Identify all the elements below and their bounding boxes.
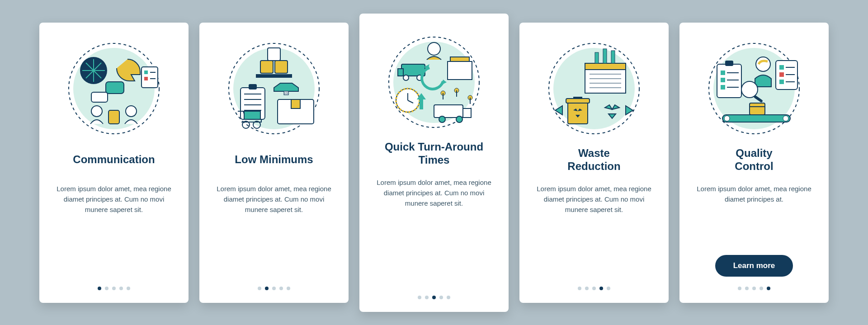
svg-rect-67 <box>779 72 784 77</box>
svg-rect-54 <box>568 102 588 124</box>
communication-icon <box>64 39 164 138</box>
card-heading: Low Minimums <box>235 146 313 174</box>
dot[interactable] <box>738 287 741 290</box>
pagination-dots <box>738 287 770 290</box>
dot[interactable] <box>585 287 589 290</box>
svg-point-69 <box>756 57 770 71</box>
dot[interactable] <box>599 287 603 290</box>
svg-rect-15 <box>275 61 288 73</box>
svg-rect-50 <box>585 63 626 70</box>
svg-rect-25 <box>244 111 260 119</box>
svg-rect-64 <box>721 85 725 89</box>
onboarding-card-low-minimums: 100 Low Minimums Lorem ipsum dolor amet,… <box>199 23 349 303</box>
svg-text:100: 100 <box>283 92 289 95</box>
svg-rect-63 <box>721 78 725 82</box>
dot[interactable] <box>98 287 101 290</box>
svg-rect-53 <box>611 51 615 63</box>
svg-rect-30 <box>398 69 403 76</box>
svg-rect-61 <box>725 61 733 66</box>
dot[interactable] <box>105 287 108 290</box>
onboarding-card-quality-control: Quality Control Lorem ipsum dolor amet, … <box>679 23 829 303</box>
pagination-dots <box>258 287 290 290</box>
dot[interactable] <box>578 287 581 290</box>
card-heading: Waste Reduction <box>567 146 620 174</box>
waste-reduction-icon <box>544 39 644 138</box>
onboarding-card-communication: Communication Lorem ipsum dolor amet, me… <box>39 23 189 303</box>
dot[interactable] <box>258 287 261 290</box>
card-body: Lorem ipsum dolor amet, mea regione diam… <box>535 184 653 277</box>
dot[interactable] <box>607 287 610 290</box>
svg-rect-18 <box>249 84 257 89</box>
dot[interactable] <box>432 296 436 299</box>
dot[interactable] <box>279 287 283 290</box>
svg-rect-10 <box>144 77 148 80</box>
svg-rect-13 <box>256 74 292 78</box>
svg-rect-62 <box>721 71 725 75</box>
svg-point-43 <box>456 116 462 122</box>
dot[interactable] <box>265 287 269 290</box>
svg-rect-4 <box>91 92 108 102</box>
dot[interactable] <box>439 296 443 299</box>
pagination-dots <box>98 287 130 290</box>
svg-rect-55 <box>566 99 590 103</box>
dot[interactable] <box>272 287 276 290</box>
svg-rect-7 <box>108 110 119 124</box>
svg-point-70 <box>741 81 758 98</box>
low-minimums-icon: 100 <box>224 39 324 138</box>
svg-rect-72 <box>722 115 790 122</box>
svg-rect-22 <box>291 99 300 108</box>
dot[interactable] <box>127 287 130 290</box>
card-body: Lorem ipsum dolor amet, mea regione diam… <box>695 184 813 247</box>
turnaround-icon <box>384 33 484 132</box>
dot[interactable] <box>592 287 596 290</box>
svg-point-74 <box>783 116 788 121</box>
dot[interactable] <box>752 287 756 290</box>
card-body: Lorem ipsum dolor amet, mea regione diam… <box>215 184 333 277</box>
svg-rect-68 <box>779 80 784 84</box>
dot[interactable] <box>287 287 290 290</box>
card-heading: Communication <box>73 146 155 174</box>
dot[interactable] <box>767 287 770 290</box>
svg-rect-41 <box>463 108 471 118</box>
svg-rect-40 <box>434 105 463 118</box>
dot[interactable] <box>418 296 421 299</box>
dot[interactable] <box>425 296 429 299</box>
svg-rect-34 <box>450 57 469 61</box>
card-heading: Quick Turn-Around Times <box>385 140 483 167</box>
onboarding-card-waste-reduction: Waste Reduction Lorem ipsum dolor amet, … <box>519 23 669 303</box>
svg-rect-51 <box>595 52 599 63</box>
svg-point-5 <box>91 106 102 117</box>
svg-point-42 <box>439 116 445 122</box>
svg-point-31 <box>403 75 409 80</box>
svg-rect-3 <box>106 82 124 94</box>
onboarding-card-turnaround: Quick Turn-Around Times Lorem ipsum dolo… <box>359 14 509 312</box>
svg-point-28 <box>428 42 440 55</box>
svg-rect-9 <box>144 71 148 74</box>
quality-control-icon <box>704 39 804 138</box>
card-body: Lorem ipsum dolor amet, mea regione diam… <box>55 184 173 277</box>
pagination-dots <box>578 287 610 290</box>
dot[interactable] <box>745 287 749 290</box>
svg-rect-52 <box>603 49 607 63</box>
svg-rect-8 <box>142 67 158 88</box>
svg-point-6 <box>126 106 137 117</box>
dot[interactable] <box>760 287 763 290</box>
dot[interactable] <box>112 287 116 290</box>
svg-rect-75 <box>750 103 765 115</box>
svg-rect-14 <box>260 61 273 73</box>
svg-rect-33 <box>448 61 472 80</box>
learn-more-button[interactable]: Learn more <box>715 255 793 277</box>
dot[interactable] <box>119 287 123 290</box>
card-heading: Quality Control <box>735 146 773 174</box>
pagination-dots <box>418 296 450 299</box>
svg-rect-66 <box>779 65 784 70</box>
dot[interactable] <box>447 296 450 299</box>
card-body: Lorem ipsum dolor amet, mea regione diam… <box>375 177 493 286</box>
svg-rect-16 <box>268 48 280 61</box>
svg-point-73 <box>724 116 730 121</box>
